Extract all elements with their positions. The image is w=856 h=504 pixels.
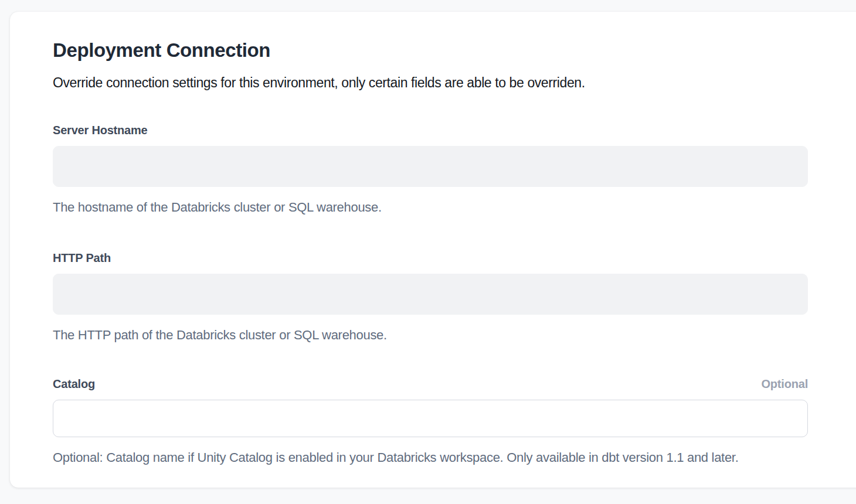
- page-subtitle: Override connection settings for this en…: [53, 74, 808, 92]
- http-path-input: [53, 274, 808, 315]
- optional-badge: Optional: [761, 376, 808, 391]
- catalog-label: Catalog: [53, 376, 95, 391]
- server-hostname-help: The hostname of the Databricks cluster o…: [53, 200, 808, 214]
- catalog-label-row: Catalog Optional: [53, 376, 808, 391]
- http-path-label-row: HTTP Path: [53, 250, 808, 265]
- http-path-help: The HTTP path of the Databricks cluster …: [53, 328, 808, 342]
- server-hostname-label-row: Server Hostname: [53, 122, 808, 138]
- field-server-hostname: Server Hostname The hostname of the Data…: [53, 122, 808, 214]
- server-hostname-label: Server Hostname: [53, 122, 148, 138]
- page-title: Deployment Connection: [53, 39, 808, 62]
- http-path-label: HTTP Path: [53, 250, 111, 265]
- field-http-path: HTTP Path The HTTP path of the Databrick…: [53, 250, 808, 342]
- catalog-input[interactable]: [53, 400, 808, 437]
- server-hostname-input: [53, 146, 808, 187]
- deployment-connection-content: Deployment Connection Override connectio…: [53, 39, 808, 465]
- deployment-connection-card: Deployment Connection Override connectio…: [10, 12, 856, 488]
- catalog-help: Optional: Catalog name if Unity Catalog …: [53, 450, 808, 465]
- field-catalog: Catalog Optional Optional: Catalog name …: [53, 376, 808, 465]
